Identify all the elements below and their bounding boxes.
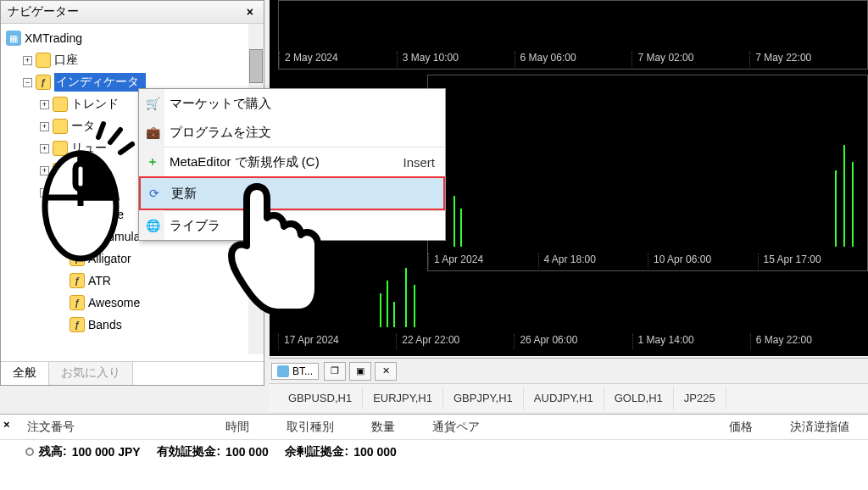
tree-item[interactable]: ƒ Awesome (3, 292, 262, 314)
x-tick: 2 May 2024 (279, 52, 397, 67)
expand-icon[interactable]: + (23, 56, 32, 65)
close-icon[interactable]: × (3, 418, 10, 431)
terminal-header: 注文番号 時間 取引種別 数量 通貨ペア 価格 決済逆指値 (0, 415, 868, 440)
symbol-tab[interactable]: EURJPY,H1 (363, 387, 443, 409)
tree-label: トレンド (71, 97, 119, 112)
x-tick: 7 May 02:00 (632, 52, 749, 67)
pointer-hand-icon (225, 178, 322, 330)
balance-row: 残高: 100 000 JPY 有効証拠金: 100 000 余剰証拠金: 10… (0, 440, 868, 464)
tree-label: インディケータ (54, 73, 146, 92)
ctx-label: プログラムを注文 (170, 125, 271, 141)
x-axis: 1 Apr 2024 4 Apr 18:00 10 Apr 06:00 15 A… (428, 253, 867, 269)
balance-value: 100 000 JPY (72, 445, 141, 459)
ctx-order-program[interactable]: 💼 プログラムを注文 (139, 118, 445, 147)
chart-top[interactable]: 2 May 2024 3 May 10:00 6 May 06:00 7 May… (278, 0, 868, 70)
x-tick: 1 Apr 2024 (428, 253, 538, 269)
tab-general[interactable]: 全般 (1, 362, 49, 385)
col-time[interactable]: 時間 (207, 420, 268, 435)
window-tab[interactable]: BT... (271, 363, 319, 380)
plus-icon: ＋ (144, 153, 161, 170)
tile-button[interactable]: ▣ (349, 362, 371, 381)
x-tick: 1 May 14:00 (632, 334, 750, 349)
globe-icon: 🌐 (144, 217, 161, 234)
svg-rect-1 (75, 164, 86, 189)
ctx-label: 更新 (171, 186, 197, 202)
x-tick: 26 Apr 06:00 (514, 334, 632, 349)
x-tick: 7 May 22:00 (749, 52, 867, 67)
equity-label: 有効証拠金: (157, 444, 220, 459)
ctx-metaeditor-create[interactable]: ＋ MetaEditor で新規作成 (C) Insert (139, 148, 445, 176)
symbol-tab[interactable]: AUDJPY,H1 (524, 387, 604, 409)
terminal-panel: × 注文番号 時間 取引種別 数量 通貨ペア 価格 決済逆指値 残高: 100 … (0, 414, 868, 490)
app-icon: ▦ (6, 31, 21, 46)
collapse-icon[interactable]: − (23, 78, 32, 87)
x-tick: 10 Apr 06:00 (648, 253, 758, 269)
navigator-titlebar: ナビゲーター × (1, 1, 264, 24)
symbol-tab[interactable]: JP225 (674, 387, 726, 409)
symbol-tab[interactable]: GOLD,H1 (604, 387, 674, 409)
margin-value: 100 000 (353, 445, 397, 459)
svg-line-2 (110, 130, 120, 142)
col-type[interactable]: 取引種別 (268, 420, 353, 435)
margin-label: 余剰証拠金: (285, 444, 348, 459)
bullet-icon (25, 448, 34, 456)
expand-icon[interactable]: + (40, 100, 49, 109)
tree-item-account[interactable]: + 口座 (3, 49, 262, 71)
symbol-tab-strip: GBPUSD,H1 EURJPY,H1 GBPJPY,H1 AUDJPY,H1 … (270, 383, 868, 412)
folder-icon (53, 97, 68, 112)
briefcase-icon: 💼 (144, 124, 161, 141)
x-axis: 17 Apr 2024 22 Apr 22:00 26 Apr 06:00 1 … (278, 334, 868, 349)
equity-value: 100 000 (225, 445, 269, 459)
x-tick: 6 May 06:00 (515, 52, 632, 67)
x-tick: 4 Apr 18:00 (538, 253, 648, 269)
symbol-tab[interactable]: GBPUSD,H1 (278, 387, 363, 409)
tree-item[interactable]: ƒ Bands (3, 314, 262, 336)
mouse-right-click-icon (25, 117, 136, 281)
svg-line-3 (120, 144, 132, 153)
scrollbar-thumb[interactable] (249, 49, 263, 83)
tree-root[interactable]: ▦ XMTrading (3, 27, 262, 49)
refresh-icon: ⟳ (146, 185, 163, 202)
tree-label: XMTrading (25, 31, 82, 45)
col-order[interactable]: 注文番号 (20, 420, 207, 435)
ctx-label: MetaEditor で新規作成 (C) (170, 154, 320, 170)
navigator-tabs: 全般 お気に入り (1, 361, 264, 385)
col-price[interactable]: 価格 (710, 420, 771, 435)
tree-label: 口座 (54, 53, 78, 68)
cart-icon: 🛒 (144, 95, 161, 112)
ctx-label: ライブラ (170, 218, 220, 234)
ctx-buy-market[interactable]: 🛒 マーケットで購入 (139, 89, 445, 118)
chart-icon (277, 365, 289, 377)
tree-label: Awesome (88, 296, 140, 309)
fx-icon: ƒ (70, 317, 85, 332)
navigator-title-text: ナビゲーター (8, 4, 79, 19)
col-pair[interactable]: 通貨ペア (414, 420, 498, 435)
chart-mid[interactable]: 1 Apr 2024 4 Apr 18:00 10 Apr 06:00 15 A… (427, 75, 868, 271)
close-icon[interactable]: × (243, 5, 257, 19)
svg-line-4 (98, 124, 103, 137)
cascade-button[interactable]: ❐ (324, 362, 346, 381)
folder-icon (36, 53, 51, 68)
fx-icon: ƒ (36, 75, 51, 90)
x-tick: 17 Apr 2024 (278, 334, 396, 349)
window-tab-label: BT... (292, 365, 313, 377)
x-axis: 2 May 2024 3 May 10:00 6 May 06:00 7 May… (279, 52, 867, 67)
x-tick: 3 May 10:00 (397, 52, 515, 67)
col-sl[interactable]: 決済逆指値 (771, 420, 868, 435)
window-tab-strip: BT... ❐ ▣ ✕ (270, 358, 868, 383)
ctx-accelerator: Insert (403, 155, 445, 170)
ctx-label: マーケットで購入 (170, 96, 271, 112)
tab-favorites[interactable]: お気に入り (49, 362, 133, 385)
balance-label: 残高: (39, 444, 67, 459)
fx-icon: ƒ (70, 295, 85, 310)
close-window-button[interactable]: ✕ (375, 362, 397, 381)
col-qty[interactable]: 数量 (353, 420, 414, 435)
tree-label: Bands (88, 318, 122, 331)
x-tick: 22 Apr 22:00 (396, 334, 514, 349)
x-tick: 15 Apr 17:00 (758, 253, 868, 269)
x-tick: 6 May 22:00 (750, 334, 868, 349)
symbol-tab[interactable]: GBPJPY,H1 (443, 387, 524, 409)
